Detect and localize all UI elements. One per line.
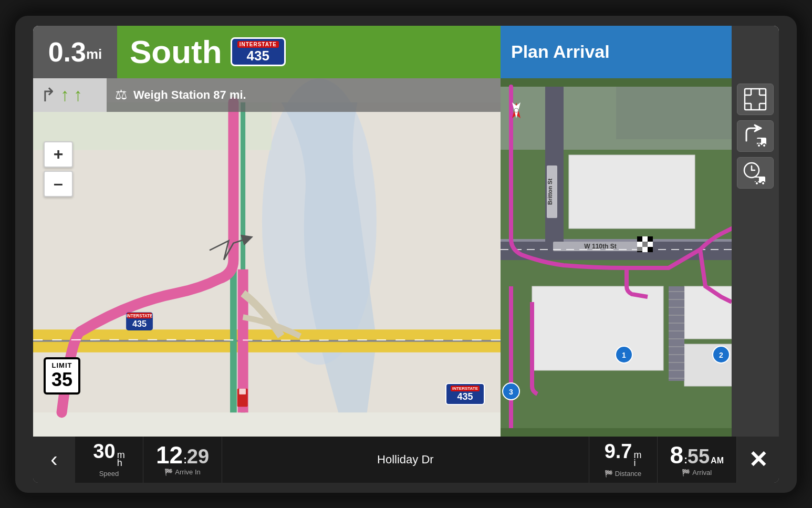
svg-rect-18 — [684, 286, 732, 339]
arrive-in-label: 🏁 Arrive In — [164, 468, 200, 476]
svg-rect-62 — [757, 139, 761, 143]
header-plan: Plan Arrival — [501, 26, 732, 78]
svg-text:1: 1 — [622, 351, 626, 359]
arrive-in-value: 12 — [156, 443, 183, 467]
svg-point-70 — [755, 182, 758, 185]
route-directions-icon — [742, 123, 768, 149]
arrival-minutes: 55 — [688, 447, 710, 466]
speed-limit-sign: LIMIT 35 — [44, 357, 80, 395]
interstate-badge: INTERSTATE 435 — [231, 37, 286, 66]
speed-unit-bottom: h — [117, 458, 122, 469]
svg-rect-41 — [648, 247, 653, 252]
main-content: ↰ ↑ ↑ ⚖ Weigh Station 87 mi. — [33, 78, 779, 437]
svg-rect-14 — [501, 239, 732, 242]
svg-text:W 110th St: W 110th St — [584, 243, 616, 250]
arrive-in-minutes: 29 — [187, 447, 209, 466]
right-sidebar — [732, 78, 779, 437]
back-icon: ‹ — [50, 448, 57, 471]
svg-point-71 — [762, 182, 765, 185]
svg-text:435: 435 — [132, 318, 147, 328]
weigh-icon: ⚖ — [115, 87, 127, 103]
arrive-in-stat: 12 : 29 🏁 Arrive In — [143, 437, 222, 483]
svg-text:Britton St: Britton St — [547, 178, 553, 204]
svg-text:3: 3 — [509, 388, 513, 396]
distance-label: 🏁 Distance — [605, 470, 642, 478]
turn-arrows: ↰ ↑ ↑ — [33, 78, 107, 112]
arrival-stat: 8 : 55 AM 🏁 Arrival — [658, 437, 737, 483]
svg-rect-37 — [637, 236, 642, 242]
arrive-in-flag: 🏁 — [164, 468, 173, 476]
left-subheader: ↰ ↑ ↑ ⚖ Weigh Station 87 mi. — [33, 78, 501, 112]
weigh-station-bar: ⚖ Weigh Station 87 mi. — [107, 78, 501, 112]
svg-point-63 — [757, 144, 761, 147]
satellite-svg: Britton St W 110th St 1 2 3 — [501, 78, 732, 437]
distance-value: 0.3 — [48, 36, 86, 68]
map-right[interactable]: Britton St W 110th St 1 2 3 — [501, 78, 732, 437]
distance-value: 9.7 — [605, 441, 632, 461]
svg-rect-17 — [532, 286, 663, 370]
svg-rect-20 — [669, 286, 684, 381]
map-expand-button[interactable] — [737, 84, 774, 115]
truck-time-button[interactable] — [737, 157, 774, 189]
svg-rect-52 — [745, 89, 766, 110]
garmin-device: GARMIN 0.3 mi South INTERSTATE 435 Plan … — [12, 13, 800, 496]
screen: 0.3 mi South INTERSTATE 435 Plan Arrival — [33, 26, 779, 483]
speed-value: 30 — [93, 441, 115, 461]
svg-point-64 — [763, 144, 766, 147]
truck-time-icon — [742, 160, 768, 186]
svg-rect-12 — [616, 87, 732, 139]
close-icon: ✕ — [748, 446, 768, 473]
speed-label: Speed — [99, 470, 119, 478]
weigh-station-text: Weigh Station 87 mi. — [133, 88, 246, 102]
svg-text:INTERSTATE: INTERSTATE — [127, 314, 153, 318]
map-expand-icon — [744, 88, 767, 111]
arrival-value: 8 — [670, 443, 684, 467]
turn-up-icon-2: ↑ — [74, 85, 82, 105]
turn-up-icon-1: ↑ — [60, 85, 69, 105]
svg-rect-69 — [755, 178, 759, 181]
speed-limit-label: LIMIT — [51, 361, 73, 369]
header-bar: 0.3 mi South INTERSTATE 435 Plan Arrival — [33, 26, 779, 78]
left-map-svg: INTERSTATE 435 — [33, 78, 501, 437]
svg-point-35 — [514, 108, 518, 112]
route-directions-button[interactable] — [737, 120, 774, 152]
plan-arrival-title: Plan Arrival — [511, 42, 610, 62]
distance-flag: 🏁 — [605, 470, 613, 478]
speed-limit-value: 35 — [51, 369, 73, 390]
sidebar-top-spacer — [732, 26, 779, 78]
interstate-label: INTERSTATE — [237, 41, 279, 48]
interstate-number: 435 — [247, 49, 269, 63]
arrival-label: 🏁 Arrival — [682, 469, 712, 476]
close-button[interactable]: ✕ — [737, 437, 779, 483]
svg-rect-5 — [239, 388, 246, 394]
distance-stat: 9.7 m i 🏁 Distance — [589, 437, 658, 483]
zoom-in-button[interactable]: + — [44, 141, 73, 168]
direction-text: South — [130, 33, 222, 70]
turn-left-icon: ↰ — [40, 84, 56, 106]
distance-unit-bottom: i — [633, 458, 636, 469]
arrival-ampm: AM — [711, 456, 724, 465]
zoom-controls: + – — [44, 141, 73, 197]
header-direction: South INTERSTATE 435 — [117, 26, 501, 78]
distance-unit: mi — [86, 46, 102, 63]
svg-rect-38 — [648, 236, 653, 242]
speed-stat: 30 m h Speed — [75, 437, 143, 483]
map-shield-right: INTERSTATE 435 — [445, 383, 485, 405]
back-button[interactable]: ‹ — [33, 437, 75, 483]
street-name-label: Holliday Dr — [377, 453, 434, 466]
map-left[interactable]: ↰ ↑ ↑ ⚖ Weigh Station 87 mi. — [33, 78, 501, 437]
svg-text:2: 2 — [719, 351, 723, 359]
bottom-bar: ‹ 30 m h Speed 12 : 29 — [33, 437, 779, 483]
zoom-out-button[interactable]: – — [44, 171, 73, 197]
svg-rect-16 — [569, 155, 695, 229]
header-distance: 0.3 mi — [33, 26, 117, 78]
current-street: Holliday Dr — [222, 437, 589, 483]
arrival-flag: 🏁 — [682, 469, 690, 476]
